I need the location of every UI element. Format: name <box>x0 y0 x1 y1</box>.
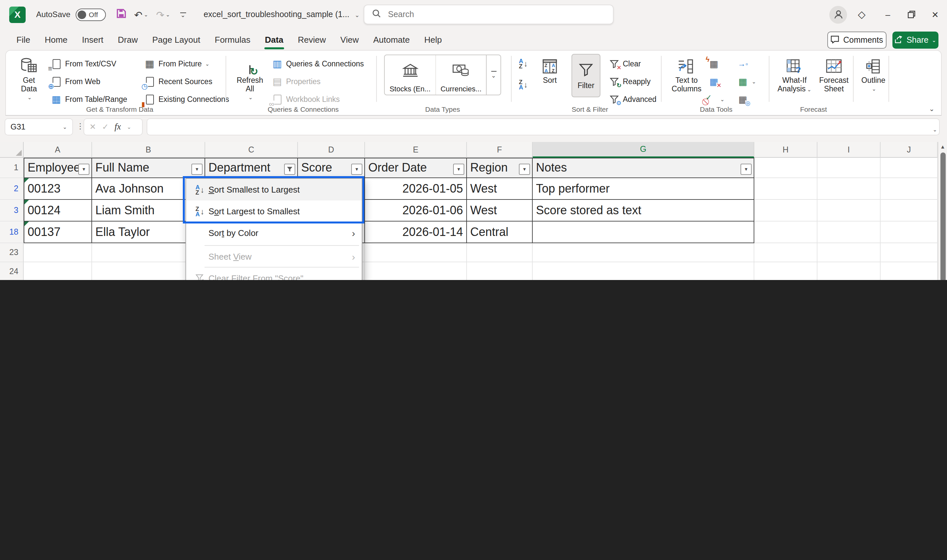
row-header-2[interactable]: 2 <box>0 178 24 200</box>
empty-cell[interactable] <box>818 243 881 262</box>
cell[interactable] <box>881 222 938 243</box>
empty-cell[interactable] <box>365 243 467 262</box>
properties-button[interactable]: ▤Properties <box>272 74 320 89</box>
clear-filter-button[interactable]: ✕Clear <box>608 56 641 72</box>
from-web-button[interactable]: ⊕From Web <box>51 74 100 89</box>
tab-data[interactable]: Data <box>257 29 290 50</box>
expand-formula-bar-button[interactable]: ⌄ <box>933 127 937 133</box>
empty-cell[interactable] <box>533 262 754 280</box>
filter-dropdown-department-filtered[interactable] <box>284 164 295 175</box>
tab-view[interactable]: View <box>333 29 366 50</box>
get-data-button[interactable]: Get Data⌄ <box>14 55 44 102</box>
select-all-corner[interactable] <box>0 142 24 158</box>
cell-g2[interactable]: Top performer <box>533 178 754 200</box>
undo-button[interactable]: ↶⌄ <box>134 9 148 19</box>
empty-cell[interactable] <box>818 262 881 280</box>
forecast-sheet-button[interactable]: ForecastSheet <box>816 55 852 93</box>
column-header-A[interactable]: A <box>24 142 92 158</box>
data-validation-button[interactable]: ✓⃠⌄ <box>706 91 724 107</box>
consolidate-button[interactable]: →▫ <box>737 56 748 72</box>
refresh-all-button[interactable]: ↻ Refresh All⌄ <box>234 55 266 102</box>
column-header-F[interactable]: F <box>467 142 533 158</box>
from-text-csv-button[interactable]: ≡From Text/CSV <box>51 56 116 72</box>
cell[interactable] <box>754 200 818 222</box>
cell-f3[interactable]: West <box>467 200 533 222</box>
column-header-D[interactable]: D <box>298 142 365 158</box>
tab-home[interactable]: Home <box>37 29 75 50</box>
tab-help[interactable]: Help <box>417 29 449 50</box>
confirm-entry-button[interactable]: ✓ <box>102 122 108 131</box>
scroll-up-icon[interactable]: ▲ <box>940 142 945 151</box>
cell[interactable] <box>754 178 818 200</box>
tab-review[interactable]: Review <box>291 29 333 50</box>
column-header-G[interactable]: G <box>533 142 754 158</box>
cancel-entry-button[interactable]: ✕ <box>89 122 96 131</box>
empty-cell[interactable] <box>533 243 754 262</box>
empty-cell[interactable] <box>365 262 467 280</box>
from-table-range-button[interactable]: ▦From Table/Range <box>51 91 127 107</box>
sort-ascending-button[interactable]: AZ↓ <box>519 58 528 69</box>
cell[interactable] <box>754 222 818 243</box>
autosave-toggle[interactable]: Off <box>75 8 106 21</box>
formula-input[interactable]: ⌄ <box>147 119 939 135</box>
filter-dropdown-notes[interactable]: ▾ <box>741 164 752 175</box>
row-header-3[interactable]: 3 <box>0 200 24 222</box>
header-cell-full-name[interactable]: Full Name▾ <box>92 158 205 178</box>
empty-cell[interactable] <box>881 262 938 280</box>
tab-automate[interactable]: Automate <box>366 29 417 50</box>
close-button[interactable]: ✕ <box>923 0 947 29</box>
tab-draw[interactable]: Draw <box>111 29 145 50</box>
filter-button[interactable]: Filter <box>571 54 601 97</box>
redo-button[interactable]: ↷⌄ <box>156 9 170 19</box>
vertical-scrollbar[interactable]: ▲ ▼ <box>938 142 947 280</box>
empty-cell[interactable] <box>24 243 92 262</box>
workbook-links-button[interactable]: ∞Workbook Links <box>272 91 340 107</box>
filter-dropdown-region[interactable]: ▾ <box>519 164 530 175</box>
remove-duplicates-button[interactable]: ▦✕ <box>708 74 719 89</box>
filter-dropdown-score[interactable]: ▾ <box>351 164 362 175</box>
stocks-button[interactable]: Stocks (En... <box>385 55 435 95</box>
cell-e2[interactable]: 2026-01-05 <box>365 178 467 200</box>
cell-f2[interactable]: West <box>467 178 533 200</box>
cell-g18[interactable] <box>533 222 754 243</box>
from-picture-button[interactable]: ▦From Picture⌄ <box>144 56 209 72</box>
cell[interactable] <box>881 158 938 178</box>
advanced-filter-button[interactable]: ⚙Advanced <box>608 91 656 107</box>
search-input[interactable] <box>387 9 584 20</box>
header-cell-employee[interactable]: Employee▾ <box>24 158 92 178</box>
cell-e18[interactable]: 2026-01-14 <box>365 222 467 243</box>
insert-function-button[interactable]: fx <box>114 122 121 132</box>
header-cell-order-date[interactable]: Order Date▾ <box>365 158 467 178</box>
row-header-23[interactable]: 23 <box>0 243 24 262</box>
column-header-B[interactable]: B <box>92 142 205 158</box>
empty-cell[interactable] <box>754 243 818 262</box>
manage-data-model-button[interactable]: ▦◎ <box>737 91 748 107</box>
cell-a2[interactable]: 00123 <box>24 178 92 200</box>
existing-connections-button[interactable]: ▮Existing Connections <box>144 91 229 107</box>
cell[interactable] <box>818 200 881 222</box>
empty-cell[interactable] <box>881 243 938 262</box>
header-cell-region[interactable]: Region▾ <box>467 158 533 178</box>
reapply-filter-button[interactable]: ↻Reapply <box>608 74 650 89</box>
empty-cell[interactable] <box>24 262 92 280</box>
account-avatar[interactable] <box>830 6 847 23</box>
flash-fill-button[interactable]: ▦ϟ <box>708 56 719 72</box>
collapse-ribbon-button[interactable]: ⌄ <box>929 105 935 112</box>
text-to-columns-button[interactable]: Text to Columns <box>669 55 704 93</box>
sort-descending-button[interactable]: ZA↓ <box>519 80 528 90</box>
comments-button[interactable]: Comments <box>827 32 887 49</box>
save-icon[interactable] <box>116 8 126 21</box>
minimize-button[interactable]: – <box>876 0 900 29</box>
share-button[interactable]: Share⌄ <box>892 32 938 49</box>
tab-formulas[interactable]: Formulas <box>208 29 257 50</box>
cell[interactable] <box>818 178 881 200</box>
cell[interactable] <box>881 178 938 200</box>
rewards-icon[interactable]: ◇ <box>858 9 865 20</box>
what-if-analysis-button[interactable]: ? What-IfAnalysis⌄ <box>775 55 813 94</box>
menu-item-sort-smallest-to-largest[interactable]: AZ↓ Sort Smallest to Largest <box>186 179 362 200</box>
cell-g3[interactable]: Score stored as text <box>533 200 754 222</box>
quick-access-toolbar-button[interactable]: ⌄ <box>179 12 186 17</box>
vertical-scroll-thumb[interactable] <box>941 152 946 280</box>
formula-bar-handle[interactable]: ⋮ <box>76 122 84 131</box>
cell[interactable] <box>818 222 881 243</box>
